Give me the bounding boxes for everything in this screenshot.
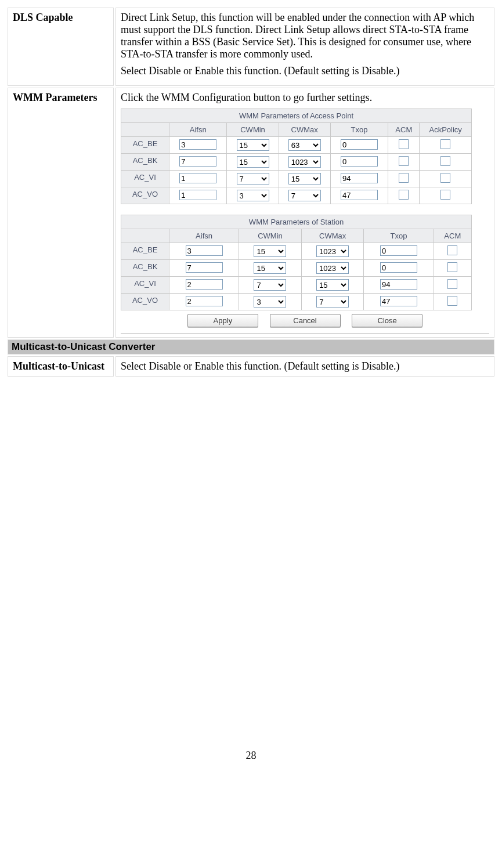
- wmm-cell: Click the WMM Configuration button to go…: [115, 88, 494, 338]
- ap-be-cwmin[interactable]: 15: [237, 139, 269, 151]
- ap-be-txop[interactable]: [341, 139, 378, 150]
- cancel-button[interactable]: Cancel: [270, 314, 341, 327]
- ap-row-vi: AC_VI 7 15: [121, 171, 472, 187]
- ap-h-acm: ACM: [388, 123, 420, 137]
- ap-vi-aifsn[interactable]: [179, 173, 216, 183]
- ap-bk-acm-checkbox[interactable]: [399, 156, 409, 166]
- sta-bk-acm-checkbox[interactable]: [447, 262, 457, 272]
- sta-vo-aifsn[interactable]: [186, 296, 223, 306]
- ap-bk-aifsn[interactable]: [179, 156, 216, 167]
- sta-vi-acm-checkbox[interactable]: [447, 279, 457, 289]
- sta-vo-cwmax[interactable]: 7: [316, 296, 349, 308]
- wmm-screenshot: WMM Parameters of Access Point Aifsn CWM…: [121, 108, 489, 334]
- ap-bk-cwmax[interactable]: 1023: [288, 156, 321, 168]
- ap-h-cwmax: CWMax: [279, 123, 330, 137]
- ap-vo-ack-checkbox[interactable]: [440, 190, 450, 200]
- ap-vi-acm-checkbox[interactable]: [399, 173, 409, 183]
- sta-be-aifsn[interactable]: [186, 245, 223, 256]
- sta-vi-cwmax[interactable]: 15: [316, 279, 349, 291]
- ap-vo-aifsn[interactable]: [179, 190, 216, 200]
- wmm-ap-table: WMM Parameters of Access Point Aifsn CWM…: [121, 108, 472, 204]
- sta-bk-cwmin[interactable]: 15: [254, 262, 286, 274]
- m2u-desc: Select Disable or Enable this function. …: [115, 356, 494, 377]
- apply-button[interactable]: Apply: [187, 314, 258, 327]
- sta-vo-txop[interactable]: [380, 296, 417, 306]
- ap-h-txop: Txop: [330, 123, 388, 137]
- sta-h-txop: Txop: [364, 229, 434, 243]
- ap-vi-cwmax[interactable]: 15: [288, 173, 321, 185]
- wmm-ap-title: WMM Parameters of Access Point: [121, 109, 472, 123]
- sta-h-cwmin: CWMin: [239, 229, 302, 243]
- sta-bk-cwmax[interactable]: 1023: [316, 262, 349, 274]
- sta-row-vi: AC_VI 7 15: [121, 277, 472, 294]
- wmm-label: WMM Parameters: [8, 88, 114, 338]
- dls-capable-label: DLS Capable: [8, 8, 114, 86]
- ap-row-bk: AC_BK 15 1023: [121, 154, 472, 171]
- ap-bk-txop[interactable]: [341, 156, 378, 167]
- sta-be-cwmin[interactable]: 15: [254, 245, 286, 257]
- m2u-section-header: Multicast-to-Unicast Converter: [8, 339, 494, 355]
- ap-bk-cwmin[interactable]: 15: [237, 156, 269, 168]
- ap-vi-txop[interactable]: [341, 173, 378, 183]
- blank-header: [121, 229, 169, 243]
- ap-be-cwmax[interactable]: 63: [288, 139, 321, 151]
- page-number: 28: [6, 750, 496, 762]
- sta-row-vo: AC_VO 3 7: [121, 294, 472, 310]
- close-button[interactable]: Close: [352, 314, 422, 327]
- m2u-label: Multicast-to-Unicast: [8, 356, 114, 377]
- sta-vi-cwmin[interactable]: 7: [254, 279, 286, 291]
- sta-vo-cwmin[interactable]: 3: [254, 296, 286, 308]
- dls-p1: Direct Link Setup, this function will be…: [121, 12, 489, 60]
- blank-header: [121, 123, 169, 137]
- sta-bk-txop[interactable]: [380, 262, 417, 273]
- sta-row-be: AC_BE 15 1023: [121, 243, 472, 260]
- sta-row-bk: AC_BK 15 1023: [121, 260, 472, 277]
- ap-vo-txop[interactable]: [341, 190, 378, 200]
- sta-h-acm: ACM: [434, 229, 471, 243]
- ap-be-ack-checkbox[interactable]: [440, 139, 450, 149]
- sta-h-cwmax: CWMax: [301, 229, 364, 243]
- ap-vi-ack-checkbox[interactable]: [440, 173, 450, 183]
- ap-vo-cwmax[interactable]: 7: [288, 190, 321, 201]
- button-row: Apply Cancel Close: [121, 313, 489, 331]
- sta-vi-txop[interactable]: [380, 279, 417, 290]
- ap-row-be: AC_BE 15 63: [121, 137, 472, 154]
- doc-table: DLS Capable Direct Link Setup, this func…: [6, 6, 496, 378]
- ap-h-ackpolicy: AckPolicy: [420, 123, 472, 137]
- sta-vi-aifsn[interactable]: [186, 279, 223, 290]
- dls-capable-desc: Direct Link Setup, this function will be…: [115, 8, 494, 86]
- ap-vo-cwmin[interactable]: 3: [237, 190, 269, 201]
- ap-be-acm-checkbox[interactable]: [399, 139, 409, 149]
- dls-p2: Select Disable or Enable this function. …: [121, 65, 489, 77]
- wmm-sta-table: WMM Parameters of Station Aifsn CWMin CW…: [121, 215, 472, 310]
- ap-vi-cwmin[interactable]: 7: [237, 173, 269, 185]
- sta-be-cwmax[interactable]: 1023: [316, 245, 349, 257]
- ap-vo-acm-checkbox[interactable]: [399, 190, 409, 200]
- sta-bk-aifsn[interactable]: [186, 262, 223, 273]
- ap-bk-ack-checkbox[interactable]: [440, 156, 450, 166]
- wmm-sta-title: WMM Parameters of Station: [121, 215, 472, 229]
- ap-be-aifsn[interactable]: [179, 139, 216, 150]
- wmm-intro: Click the WMM Configuration button to go…: [121, 92, 489, 104]
- sta-vo-acm-checkbox[interactable]: [447, 296, 457, 306]
- sta-be-acm-checkbox[interactable]: [447, 245, 457, 255]
- sta-be-txop[interactable]: [380, 245, 417, 256]
- sta-h-aifsn: Aifsn: [169, 229, 239, 243]
- ap-row-vo: AC_VO 3 7: [121, 187, 472, 204]
- ap-h-aifsn: Aifsn: [169, 123, 227, 137]
- ap-h-cwmin: CWMin: [227, 123, 279, 137]
